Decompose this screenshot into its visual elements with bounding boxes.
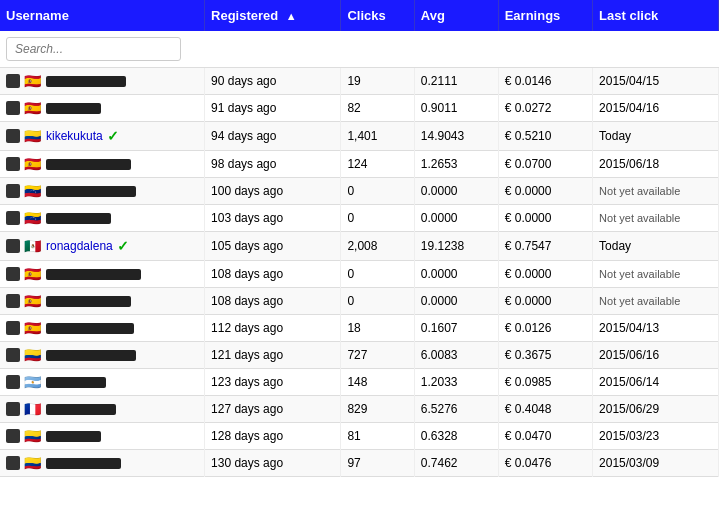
avatar: [6, 375, 20, 389]
avg-cell: 0.9011: [414, 95, 498, 122]
country-flag: 🇪🇸: [24, 322, 42, 334]
table-row: 🇻🇪100 days ago00.0000€ 0.0000Not yet ava…: [0, 178, 719, 205]
avatar: [6, 456, 20, 470]
table-row: 🇪🇸112 days ago180.1607€ 0.01262015/04/13: [0, 315, 719, 342]
username-redacted: [46, 76, 126, 87]
last-click-cell: Not yet available: [593, 288, 719, 315]
country-flag: 🇨🇴: [24, 130, 42, 142]
search-row: [0, 31, 719, 68]
country-flag: 🇪🇸: [24, 75, 42, 87]
last-click-cell: 2015/04/16: [593, 95, 719, 122]
avg-cell: 14.9043: [414, 122, 498, 151]
table-row: 🇪🇸108 days ago00.0000€ 0.0000Not yet ava…: [0, 261, 719, 288]
registered-cell: 127 days ago: [205, 396, 341, 423]
username-redacted: [46, 458, 121, 469]
col-earnings[interactable]: Earnings: [498, 0, 592, 31]
registered-cell: 100 days ago: [205, 178, 341, 205]
registered-cell: 112 days ago: [205, 315, 341, 342]
username-redacted: [46, 404, 116, 415]
clicks-cell: 148: [341, 369, 414, 396]
verified-icon: ✓: [117, 238, 129, 254]
country-flag: 🇪🇸: [24, 158, 42, 170]
table-row: 🇨🇴130 days ago970.7462€ 0.04762015/03/09: [0, 450, 719, 477]
table-row: 🇪🇸91 days ago820.9011€ 0.02722015/04/16: [0, 95, 719, 122]
earnings-cell: € 0.0470: [498, 423, 592, 450]
username-redacted: [46, 431, 101, 442]
last-click-cell: Not yet available: [593, 178, 719, 205]
username-cell: 🇫🇷: [0, 396, 205, 423]
username-cell: 🇻🇪: [0, 178, 205, 205]
avg-cell: 0.0000: [414, 205, 498, 232]
avatar: [6, 211, 20, 225]
col-avg[interactable]: Avg: [414, 0, 498, 31]
earnings-cell: € 0.0985: [498, 369, 592, 396]
clicks-cell: 0: [341, 178, 414, 205]
table-row: 🇲🇽ronagdalena✓105 days ago2,00819.1238€ …: [0, 232, 719, 261]
registered-cell: 103 days ago: [205, 205, 341, 232]
earnings-cell: € 0.0700: [498, 151, 592, 178]
avatar: [6, 129, 20, 143]
users-table: Username Registered ▲ Clicks Avg Earning…: [0, 0, 719, 477]
verified-icon: ✓: [107, 128, 119, 144]
earnings-cell: € 0.0126: [498, 315, 592, 342]
username-redacted: [46, 269, 141, 280]
clicks-cell: 0: [341, 261, 414, 288]
registered-cell: 108 days ago: [205, 288, 341, 315]
clicks-cell: 124: [341, 151, 414, 178]
avatar: [6, 184, 20, 198]
avg-cell: 0.7462: [414, 450, 498, 477]
username-cell: 🇨🇴kikekukuta✓: [0, 122, 205, 151]
avg-cell: 0.6328: [414, 423, 498, 450]
username-text[interactable]: kikekukuta: [46, 129, 103, 143]
country-flag: 🇪🇸: [24, 102, 42, 114]
avg-cell: 6.0083: [414, 342, 498, 369]
table-row: 🇨🇴121 days ago7276.0083€ 0.36752015/06/1…: [0, 342, 719, 369]
earnings-cell: € 0.0146: [498, 68, 592, 95]
last-click-cell: 2015/06/16: [593, 342, 719, 369]
col-clicks[interactable]: Clicks: [341, 0, 414, 31]
username-redacted: [46, 323, 134, 334]
avg-cell: 1.2033: [414, 369, 498, 396]
last-click-cell: Today: [593, 122, 719, 151]
col-lastclick[interactable]: Last click: [593, 0, 719, 31]
country-flag: 🇪🇸: [24, 295, 42, 307]
clicks-cell: 19: [341, 68, 414, 95]
earnings-cell: € 0.0272: [498, 95, 592, 122]
avg-cell: 0.2111: [414, 68, 498, 95]
col-registered[interactable]: Registered ▲: [205, 0, 341, 31]
country-flag: 🇻🇪: [24, 212, 42, 224]
table-row: 🇻🇪103 days ago00.0000€ 0.0000Not yet ava…: [0, 205, 719, 232]
last-click-cell: 2015/06/29: [593, 396, 719, 423]
earnings-cell: € 0.0000: [498, 261, 592, 288]
username-redacted: [46, 186, 136, 197]
earnings-cell: € 0.7547: [498, 232, 592, 261]
username-cell: 🇦🇷: [0, 369, 205, 396]
table-row: 🇪🇸90 days ago190.2111€ 0.01462015/04/15: [0, 68, 719, 95]
registered-cell: 130 days ago: [205, 450, 341, 477]
registered-cell: 121 days ago: [205, 342, 341, 369]
username-cell: 🇨🇴: [0, 342, 205, 369]
earnings-cell: € 0.3675: [498, 342, 592, 369]
clicks-cell: 97: [341, 450, 414, 477]
last-click-cell: 2015/06/14: [593, 369, 719, 396]
col-username[interactable]: Username: [0, 0, 205, 31]
avg-cell: 0.1607: [414, 315, 498, 342]
username-text[interactable]: ronagdalena: [46, 239, 113, 253]
username-redacted: [46, 350, 136, 361]
registered-cell: 98 days ago: [205, 151, 341, 178]
country-flag: 🇨🇴: [24, 457, 42, 469]
registered-cell: 90 days ago: [205, 68, 341, 95]
search-input[interactable]: [6, 37, 181, 61]
username-cell: 🇻🇪: [0, 205, 205, 232]
last-click-cell: Not yet available: [593, 261, 719, 288]
table-header-row: Username Registered ▲ Clicks Avg Earning…: [0, 0, 719, 31]
username-cell: 🇨🇴: [0, 423, 205, 450]
last-click-cell: Today: [593, 232, 719, 261]
country-flag: 🇫🇷: [24, 403, 42, 415]
avg-cell: 1.2653: [414, 151, 498, 178]
last-click-cell: 2015/06/18: [593, 151, 719, 178]
earnings-cell: € 0.5210: [498, 122, 592, 151]
avatar: [6, 294, 20, 308]
last-click-cell: Not yet available: [593, 205, 719, 232]
clicks-cell: 1,401: [341, 122, 414, 151]
